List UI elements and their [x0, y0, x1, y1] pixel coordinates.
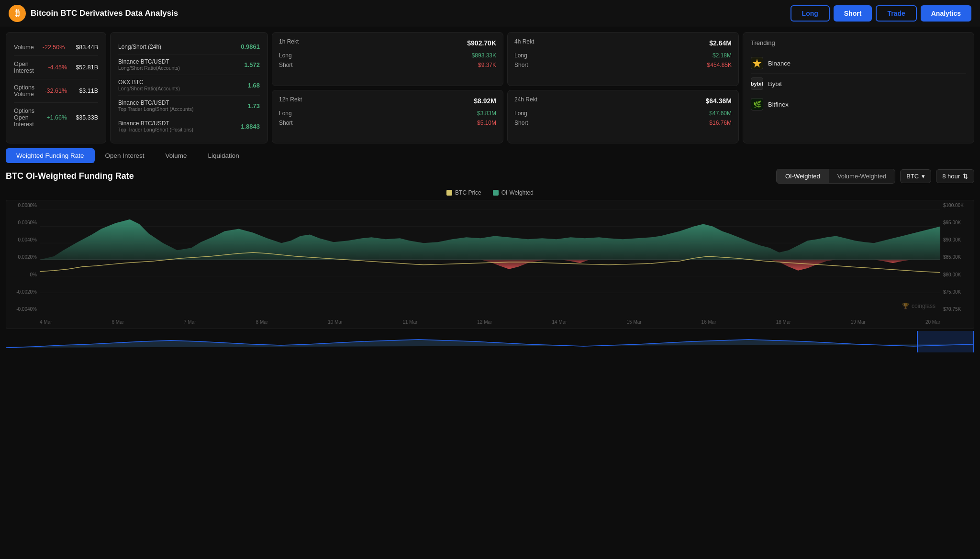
x-axis-label: 10 Mar — [328, 319, 343, 325]
stat-label: Options Open Interest — [14, 108, 38, 128]
updown-icon: ⇅ — [963, 173, 968, 180]
ls-label: Binance BTC/USDT — [118, 99, 194, 106]
long-button[interactable]: Long — [791, 5, 830, 22]
x-axis-label: 8 Mar — [256, 319, 268, 325]
rekt-total: $8.92M — [474, 97, 496, 105]
chart-header: BTC OI-Weighted Funding Rate OI-Weighted… — [6, 169, 974, 184]
rekt-item: Long $893.33K — [279, 51, 496, 60]
ls-label: Long/Short (24h) — [118, 44, 161, 50]
ls-sublabel: Long/Short Ratio(Accounts) — [118, 86, 180, 91]
tab-volume[interactable]: Volume — [155, 148, 197, 163]
x-axis-label: 12 Mar — [477, 319, 492, 325]
rekt-total: $64.36M — [706, 97, 732, 105]
ls-sublabel: Top Trader Long/Short (Accounts) — [118, 106, 194, 112]
rekt-total: $902.70K — [467, 39, 496, 47]
legend-oi-weighted: OI-Weighted — [493, 189, 534, 196]
stat-label: Open Interest — [14, 61, 38, 74]
rekt-item: Short $5.10M — [279, 118, 496, 128]
long-short-panel: Long/Short (24h) 0.9861 Binance BTC/USDT… — [110, 32, 268, 143]
x-axis-label: 7 Mar — [184, 319, 196, 325]
rekt-item: Long $3.83M — [279, 109, 496, 118]
ls-label: Binance BTC/USDT — [118, 120, 193, 127]
trending-item-bitfinex[interactable]: 🌿 Bitfinex — [751, 94, 966, 114]
trending-item-bybit[interactable]: bybit Bybit — [751, 74, 966, 94]
x-axis-label: 14 Mar — [552, 319, 567, 325]
stat-label: Volume — [14, 44, 34, 51]
rekt-panel-1h: 1h Rekt $902.70K Long $893.33K Short $9.… — [272, 32, 503, 86]
weight-toggle: OI-Weighted Volume-Weighted — [776, 169, 895, 184]
coin-select[interactable]: BTC ▾ — [900, 169, 931, 183]
rekt-item: Short $454.85K — [514, 60, 732, 70]
tab-weighted-funding-rate[interactable]: Weighted Funding Rate — [6, 148, 95, 163]
x-axis-label: 15 Mar — [627, 319, 642, 325]
oi-weighted-button[interactable]: OI-Weighted — [777, 169, 829, 183]
coinglass-watermark: 🏆 coinglass — [902, 303, 935, 309]
legend-btc-price: BTC Price — [446, 189, 481, 196]
stat-row: Open Interest -4.45% $52.81B — [14, 56, 98, 79]
stat-label: Options Volume — [14, 84, 38, 98]
x-axis-label: 16 Mar — [702, 319, 716, 325]
chart-controls: OI-Weighted Volume-Weighted BTC ▾ 8 hour… — [776, 169, 974, 184]
stat-pct: +1.66% — [38, 114, 67, 121]
rekt-item: Long $2.18M — [514, 51, 732, 60]
ls-value: 1.8843 — [241, 123, 260, 130]
stat-val: $83.44B — [67, 44, 98, 51]
trending-name: Binance — [768, 60, 791, 67]
coinglass-icon: 🏆 — [902, 303, 909, 309]
ls-value: 0.9861 — [241, 43, 260, 50]
ls-value: 1.572 — [244, 61, 260, 68]
stat-row: Options Open Interest +1.66% $35.33B — [14, 103, 98, 132]
rekt-item: Long $47.60M — [514, 109, 732, 118]
legend-teal-dot — [493, 190, 499, 196]
x-axis-label: 18 Mar — [776, 319, 791, 325]
stats-panel: Volume -22.50% $83.44B Open Interest -4.… — [6, 32, 106, 143]
ls-label: Binance BTC/USDT — [118, 58, 180, 65]
analytics-button[interactable]: Analytics — [921, 5, 971, 22]
x-axis: 4 Mar6 Mar7 Mar8 Mar10 Mar11 Mar12 Mar14… — [40, 315, 940, 329]
mini-chart[interactable] — [6, 331, 974, 352]
chart-title: BTC OI-Weighted Funding Rate — [6, 171, 134, 181]
trending-name: Bitfinex — [768, 101, 789, 108]
rekt-title: 4h Rekt — [514, 38, 534, 45]
header-left: ₿ Bitcoin BTC Derivatives Data Analysis — [9, 5, 178, 22]
chevron-down-icon: ▾ — [922, 173, 925, 180]
legend-yellow-dot — [446, 190, 452, 196]
ls-sublabel: Top Trader Long/Short (Positions) — [118, 127, 193, 132]
btc-logo-icon: ₿ — [9, 5, 26, 22]
stat-row: Options Volume -32.61% $3.11B — [14, 79, 98, 103]
trending-name: Bybit — [768, 80, 782, 88]
stat-row: Volume -22.50% $83.44B — [14, 39, 98, 56]
rekt-title: 1h Rekt — [279, 38, 299, 45]
trending-item-binance[interactable]: Binance — [751, 53, 966, 74]
rekt-panels: 1h Rekt $902.70K Long $893.33K Short $9.… — [272, 32, 739, 143]
rekt-panel-24h: 24h Rekt $64.36M Long $47.60M Short $16.… — [507, 90, 739, 144]
x-axis-label: 20 Mar — [925, 319, 940, 325]
rekt-item: Short $9.37K — [279, 60, 496, 70]
page-title: Bitcoin BTC Derivatives Data Analysis — [31, 9, 178, 18]
header: ₿ Bitcoin BTC Derivatives Data Analysis … — [0, 0, 980, 27]
tab-open-interest[interactable]: Open Interest — [95, 148, 155, 163]
x-axis-label: 11 Mar — [402, 319, 417, 325]
funding-rate-chart — [40, 200, 940, 314]
hour-select[interactable]: 8 hour ⇅ — [936, 169, 974, 183]
rekt-panel-12h: 12h Rekt $8.92M Long $3.83M Short $5.10M — [272, 90, 503, 144]
binance-icon — [751, 57, 763, 69]
chart-section: BTC OI-Weighted Funding Rate OI-Weighted… — [0, 169, 980, 357]
trade-button[interactable]: Trade — [876, 5, 916, 22]
stat-val: $35.33B — [67, 114, 98, 121]
stat-pct: -22.50% — [36, 44, 65, 51]
chart-legend: BTC Price OI-Weighted — [6, 189, 974, 196]
tab-liquidation[interactable]: Liquidation — [197, 148, 249, 163]
ls-row: Binance BTC/USDT Long/Short Ratio(Accoun… — [118, 55, 260, 75]
tabs-row: Weighted Funding RateOpen InterestVolume… — [0, 148, 980, 163]
rekt-title: 24h Rekt — [514, 96, 537, 103]
ls-value: 1.68 — [248, 82, 260, 89]
short-button[interactable]: Short — [834, 5, 872, 22]
ls-row: OKX BTC Long/Short Ratio(Accounts) 1.68 — [118, 75, 260, 96]
rekt-item: Short $16.76M — [514, 118, 732, 128]
stat-val: $52.81B — [67, 64, 98, 71]
volume-weighted-button[interactable]: Volume-Weighted — [829, 169, 895, 183]
bitfinex-icon: 🌿 — [751, 98, 763, 110]
ls-row: Binance BTC/USDT Top Trader Long/Short (… — [118, 96, 260, 116]
panels-row: Volume -22.50% $83.44B Open Interest -4.… — [0, 27, 980, 148]
